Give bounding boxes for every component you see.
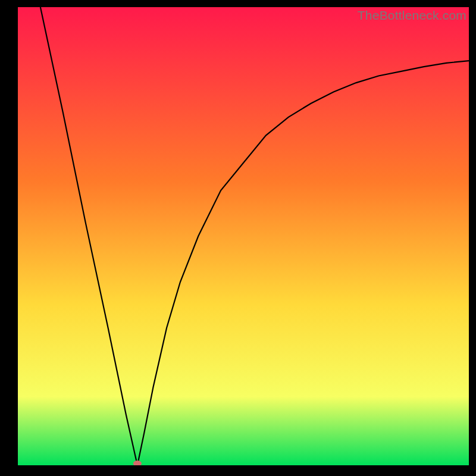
chart-svg	[18, 7, 469, 465]
watermark-text: TheBottleneck.com	[358, 8, 466, 23]
gradient-background	[18, 7, 469, 465]
chart-frame	[18, 7, 469, 465]
